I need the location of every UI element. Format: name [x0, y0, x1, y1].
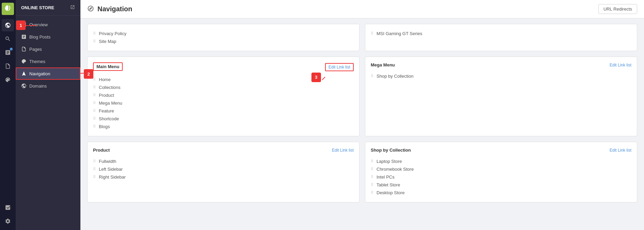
- navigation-header-icon: [87, 5, 94, 13]
- card-shop-collection-title: Shop by Collection: [371, 148, 411, 153]
- themes-icon: [5, 77, 11, 83]
- edit-link-shop-collection[interactable]: Edit Link list: [610, 148, 631, 153]
- card-mega-menu-header: Mega Menu Edit Link list: [371, 62, 631, 67]
- annotation-badge-3: 3: [311, 73, 321, 82]
- list-item: ⠿ Site Map: [93, 37, 354, 45]
- sidebar-item-domains[interactable]: Domains: [16, 80, 80, 92]
- drag-handle: ⠿: [93, 167, 96, 171]
- list-item: ⠿Chromebook Store: [371, 165, 631, 173]
- sidebar-domains-label: Domains: [29, 83, 47, 89]
- blog-badge: [10, 48, 13, 50]
- card-top-left: ⠿ Privacy Policy ⠿ Site Map: [87, 24, 359, 51]
- item-feature: Feature: [99, 108, 114, 113]
- card-mega-menu: Mega Menu Edit Link list ⠿Shop by Collec…: [365, 57, 637, 136]
- item-laptop-store: Laptop Store: [377, 159, 402, 164]
- analytics-icon: [5, 204, 11, 211]
- icon-bar-settings[interactable]: [2, 215, 14, 227]
- drag-handle: ⠿: [93, 40, 96, 43]
- card-main-menu-title: Main Menu: [93, 62, 123, 71]
- themes-nav-icon: [21, 59, 27, 64]
- sidebar-item-navigation[interactable]: Navigation: [16, 67, 80, 80]
- list-item: ⠿Mega Menu: [93, 99, 354, 107]
- sidebar-header: ONLINE STORE: [16, 0, 80, 16]
- list-item: ⠿ Privacy Policy: [93, 30, 354, 37]
- store-icon: [5, 22, 11, 28]
- list-item: ⠿Tablet Store: [371, 181, 631, 189]
- list-item: ⠿Feature: [93, 107, 354, 115]
- page-title: Navigation: [97, 5, 595, 13]
- sidebar-blog-label: Blog Posts: [29, 34, 50, 40]
- drag-handle: ⠿: [93, 93, 96, 97]
- drag-handle: ⠿: [371, 175, 374, 179]
- sidebar-pages-label: Pages: [29, 47, 42, 52]
- item-fullwidth: Fullwidth: [99, 159, 116, 164]
- drag-handle: ⠿: [93, 125, 96, 128]
- card-product-title: Product: [93, 148, 110, 153]
- blog-icon: [5, 49, 11, 56]
- item-right-sidebar: Right Sidebar: [99, 174, 126, 180]
- sidebar-navigation-wrapper: Navigation 2: [16, 67, 80, 80]
- icon-bar-pages[interactable]: [2, 60, 14, 72]
- blog-posts-icon: [21, 34, 27, 40]
- list-item: ⠿Fullwidth: [93, 157, 354, 165]
- edit-link-list-btn[interactable]: Edit Link list: [325, 63, 354, 71]
- icon-bar-blog[interactable]: [2, 46, 14, 59]
- drag-handle: ⠿: [93, 86, 96, 89]
- list-item: ⠿Laptop Store: [371, 157, 631, 165]
- compass-icon: [87, 5, 94, 12]
- sidebar-store-name: ONLINE STORE: [21, 5, 54, 10]
- arrow-2-short: [80, 73, 84, 74]
- pages-icon: [5, 63, 11, 69]
- sidebar-item-blog[interactable]: Blog Posts: [16, 31, 80, 43]
- item-product: Product: [99, 93, 114, 98]
- item-intel-pcs: Intel PCs: [377, 174, 395, 180]
- item-chromebook-store: Chromebook Store: [377, 167, 414, 172]
- sidebar-nav: Overview Blog Posts Pages Themes Navigat…: [16, 16, 80, 230]
- navigation-icon: [21, 71, 27, 76]
- sidebar: ONLINE STORE Overview Blog Posts Pages T…: [16, 0, 80, 230]
- drag-handle: ⠿: [93, 117, 96, 121]
- sidebar-navigation-label: Navigation: [29, 71, 50, 76]
- card-shop-collection: Shop by Collection Edit Link list ⠿Lapto…: [365, 142, 637, 202]
- icon-bar-analytics[interactable]: [2, 201, 14, 214]
- drag-handle: ⠿: [371, 159, 374, 163]
- drag-handle: ⠿: [93, 101, 96, 105]
- icon-bar-bottom: [2, 201, 14, 227]
- item-msi-gaming: MSI Gaming GT Series: [377, 31, 422, 36]
- list-item: ⠿Collections: [93, 83, 354, 91]
- card-product-header: Product Edit Link list: [93, 148, 354, 153]
- online-store-icon-wrapper: 1: [2, 19, 14, 31]
- drag-handle: ⠿: [371, 167, 374, 171]
- content-area: ⠿ Privacy Policy ⠿ Site Map ⠿ MSI Gaming…: [80, 18, 644, 230]
- icon-bar-themes[interactable]: [2, 74, 14, 86]
- list-item: ⠿Shop by Collection: [371, 72, 631, 80]
- item-shop-collection: Shop by Collection: [377, 74, 413, 79]
- item-privacy-policy: Privacy Policy: [99, 31, 126, 36]
- sidebar-item-themes[interactable]: Themes: [16, 55, 80, 67]
- edit-link-mega-menu[interactable]: Edit Link list: [610, 63, 631, 67]
- list-item: ⠿Shortcode: [93, 115, 354, 123]
- drag-handle: ⠿: [371, 191, 374, 195]
- domains-icon: [21, 83, 27, 89]
- annotation-badge-2: 2: [84, 69, 93, 79]
- drag-handle: ⠿: [371, 32, 374, 35]
- url-redirects-button[interactable]: URL Redirects: [598, 4, 637, 14]
- icon-bar-search[interactable]: [2, 33, 14, 45]
- drag-handle: ⠿: [93, 175, 96, 179]
- drag-handle: ⠿: [371, 74, 374, 78]
- edit-link-product[interactable]: Edit Link list: [332, 148, 354, 153]
- list-item: ⠿Intel PCs: [371, 173, 631, 181]
- sidebar-themes-label: Themes: [29, 59, 45, 64]
- item-site-map: Site Map: [99, 39, 116, 44]
- item-mega-menu: Mega Menu: [99, 101, 122, 106]
- shopify-logo[interactable]: [2, 3, 14, 15]
- item-collections: Collections: [99, 85, 121, 90]
- drag-handle: ⠿: [93, 109, 96, 113]
- main-area: Navigation URL Redirects ⠿ Privacy Polic…: [80, 0, 644, 230]
- annotation-badge-1: 1: [16, 20, 26, 30]
- icon-bar-online-store[interactable]: [2, 19, 14, 31]
- sidebar-item-pages[interactable]: Pages: [16, 43, 80, 55]
- shopify-logo-icon: [4, 5, 12, 13]
- list-item: ⠿Right Sidebar: [93, 173, 354, 181]
- external-link-icon[interactable]: [70, 5, 75, 11]
